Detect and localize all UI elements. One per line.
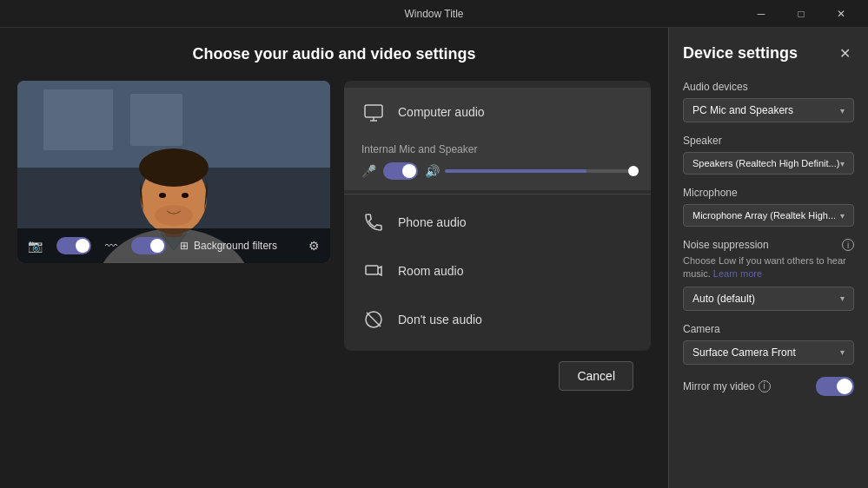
computer-audio-icon bbox=[361, 100, 386, 124]
noise-suppression-select[interactable]: Auto (default) ▾ bbox=[683, 287, 854, 311]
svg-rect-2 bbox=[43, 89, 113, 150]
camera-label: Camera bbox=[683, 323, 854, 335]
noise-suppression-learn-more-link[interactable]: Learn more bbox=[713, 268, 762, 279]
svg-point-11 bbox=[155, 205, 193, 226]
left-area: Choose your audio and video settings bbox=[0, 28, 668, 488]
mirror-video-toggle[interactable] bbox=[816, 377, 854, 396]
minimize-button[interactable]: ─ bbox=[741, 0, 781, 28]
mic-mute-toggle[interactable] bbox=[383, 162, 418, 180]
noise-suppression-desc: Choose Low if you want others to hear mu… bbox=[683, 254, 854, 281]
close-button[interactable]: ✕ bbox=[821, 0, 861, 28]
phone-audio-option[interactable]: Phone audio bbox=[344, 198, 651, 247]
cancel-area: Cancel bbox=[344, 351, 651, 391]
room-audio-option[interactable]: Room audio bbox=[344, 247, 651, 295]
content-row: 📷 〰 ⊞ Background filters ⚙ bbox=[0, 81, 668, 391]
internal-mic-label: Internal Mic and Speaker bbox=[361, 143, 633, 155]
video-preview: 📷 〰 ⊞ Background filters ⚙ bbox=[17, 81, 330, 263]
title-bar: Window Title ─ □ ✕ bbox=[0, 0, 868, 28]
video-controls-bar: 📷 〰 ⊞ Background filters ⚙ bbox=[17, 228, 330, 263]
mirror-video-info-icon[interactable]: i bbox=[759, 380, 771, 392]
speaker-value: Speakers (Realtech High Definit...) bbox=[692, 158, 839, 168]
bg-filter-icon: ⊞ bbox=[180, 240, 189, 252]
audio-devices-select[interactable]: PC Mic and Speakers ▾ bbox=[683, 98, 854, 122]
speaker-icon: 🔊 bbox=[425, 164, 440, 178]
panel-header: Device settings ✕ bbox=[683, 42, 854, 65]
camera-toggle[interactable] bbox=[56, 237, 91, 254]
svg-rect-13 bbox=[366, 266, 378, 274]
speaker-label: Speaker bbox=[683, 135, 854, 147]
noise-suppression-section: Noise suppression i Choose Low if you wa… bbox=[683, 239, 854, 311]
mic-icon: 🎤 bbox=[361, 164, 376, 178]
computer-audio-label: Computer audio bbox=[398, 105, 485, 119]
no-audio-option[interactable]: Don't use audio bbox=[344, 295, 651, 344]
window-controls: ─ □ ✕ bbox=[741, 0, 861, 28]
volume-slider-fill bbox=[445, 169, 586, 173]
volume-slider-thumb[interactable] bbox=[628, 166, 639, 176]
microphone-label: Microphone bbox=[683, 187, 854, 199]
panel-title: Device settings bbox=[683, 44, 798, 63]
audio-devices-section: Audio devices PC Mic and Speakers ▾ bbox=[683, 81, 854, 122]
mic-controls-row: 🎤 🔊 bbox=[361, 162, 633, 180]
camera-section: Camera Surface Camera Front ▾ bbox=[683, 323, 854, 365]
svg-point-8 bbox=[139, 148, 209, 187]
speaker-select[interactable]: Speakers (Realtech High Definit...) ▾ bbox=[683, 152, 854, 175]
audio-devices-label: Audio devices bbox=[683, 81, 854, 93]
page-heading: Choose your audio and video settings bbox=[192, 45, 475, 63]
microphone-select[interactable]: Microphone Array (Realtek High... ▾ bbox=[683, 204, 854, 227]
camera-select[interactable]: Surface Camera Front ▾ bbox=[683, 340, 854, 365]
mirror-video-row: Mirror my video i bbox=[683, 377, 854, 396]
microphone-chevron: ▾ bbox=[840, 211, 845, 221]
settings-gear-icon[interactable]: ⚙ bbox=[308, 239, 320, 253]
audio-devices-value: PC Mic and Speakers bbox=[692, 104, 793, 116]
no-audio-label: Don't use audio bbox=[398, 313, 482, 326]
audio-options-panel: Computer audio Internal Mic and Speaker … bbox=[344, 81, 651, 351]
no-audio-icon bbox=[361, 307, 386, 332]
mic-eq-icon: 〰 bbox=[105, 239, 117, 253]
close-panel-button[interactable]: ✕ bbox=[836, 42, 854, 65]
speaker-section: Speaker Speakers (Realtech High Definit.… bbox=[683, 135, 854, 175]
divider-1 bbox=[344, 194, 651, 195]
camera-icon: 📷 bbox=[28, 239, 43, 253]
phone-audio-icon bbox=[361, 210, 386, 234]
window-title: Window Title bbox=[127, 8, 741, 20]
audio-devices-chevron: ▾ bbox=[840, 106, 845, 115]
internal-mic-row: Internal Mic and Speaker 🎤 🔊 bbox=[344, 136, 651, 190]
svg-rect-3 bbox=[130, 94, 182, 146]
main-content: Choose your audio and video settings bbox=[0, 28, 868, 488]
camera-value: Surface Camera Front bbox=[692, 346, 796, 359]
noise-suppression-header-row: Noise suppression i bbox=[683, 239, 854, 251]
device-settings-panel: Device settings ✕ Audio devices PC Mic a… bbox=[668, 28, 868, 488]
svg-rect-12 bbox=[365, 105, 382, 117]
noise-suppression-label: Noise suppression bbox=[683, 239, 769, 251]
camera-chevron: ▾ bbox=[840, 347, 845, 357]
speaker-chevron: ▾ bbox=[840, 159, 845, 168]
room-audio-icon bbox=[361, 259, 386, 283]
svg-point-10 bbox=[182, 193, 189, 198]
noise-suppression-value: Auto (default) bbox=[692, 293, 755, 305]
volume-slider-container: 🔊 bbox=[425, 164, 633, 178]
computer-audio-option[interactable]: Computer audio bbox=[344, 88, 651, 136]
room-audio-label: Room audio bbox=[398, 264, 464, 278]
mirror-video-label: Mirror my video bbox=[683, 380, 755, 392]
maximize-button[interactable]: □ bbox=[781, 0, 821, 28]
noise-suppression-chevron: ▾ bbox=[840, 293, 845, 303]
background-filters-button[interactable]: ⊞ Background filters bbox=[180, 240, 277, 252]
mic-toggle[interactable] bbox=[131, 237, 166, 254]
phone-audio-label: Phone audio bbox=[398, 215, 467, 229]
microphone-section: Microphone Microphone Array (Realtek Hig… bbox=[683, 187, 854, 227]
svg-point-9 bbox=[159, 193, 166, 198]
microphone-value: Microphone Array (Realtek High... bbox=[692, 210, 836, 221]
volume-slider-track[interactable] bbox=[445, 169, 633, 173]
cancel-button[interactable]: Cancel bbox=[559, 361, 633, 391]
noise-suppression-info-icon[interactable]: i bbox=[842, 239, 854, 251]
